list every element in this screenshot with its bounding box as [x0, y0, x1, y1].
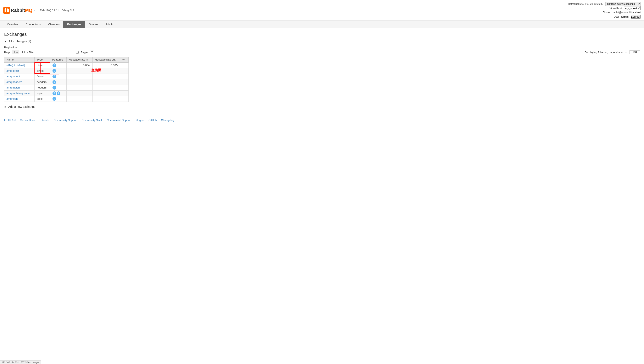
page-size-input[interactable]: [629, 50, 640, 54]
footer-changelog[interactable]: Changelog: [161, 118, 174, 122]
footer-plugins[interactable]: Plugins: [136, 118, 144, 122]
pagination: Pagination Page 1 of 1 - Filter: Regex ?…: [4, 46, 640, 54]
cluster-label: Cluster: [602, 11, 610, 14]
cell-type: topic: [35, 90, 50, 96]
exchange-link[interactable]: amq.match: [7, 86, 20, 89]
regex-checkbox[interactable]: [76, 51, 79, 54]
cell-type: direct: [35, 62, 50, 68]
cell-name[interactable]: amq.match: [4, 85, 35, 90]
table-row[interactable]: (AMQP default)directD0.00/s0.00/s: [4, 62, 129, 68]
filter-input[interactable]: [37, 50, 74, 54]
exchange-link[interactable]: (AMQP default): [7, 64, 25, 67]
feature-badge-d: D: [53, 92, 56, 95]
cell-rate-out: [93, 85, 120, 90]
logo-rabbit: Rabbit: [11, 8, 25, 13]
section-label: All exchanges (7): [9, 40, 31, 43]
feature-badge-i: I: [57, 92, 60, 95]
refresh-select[interactable]: Refresh every 5 seconds Refresh every 10…: [605, 2, 641, 6]
cell-plusminus: [120, 68, 128, 74]
refreshed-label: Refreshed 2024-01-23 19:36:49: [568, 2, 603, 6]
top-right-info: Refreshed 2024-01-23 19:36:49 Refresh ev…: [568, 2, 641, 19]
footer-http-api[interactable]: HTTP API: [4, 118, 16, 122]
svg-rect-0: [3, 7, 10, 14]
col-features: Features: [50, 57, 67, 62]
virtual-host-select[interactable]: my_vhost: [624, 6, 641, 10]
footer-community-slack[interactable]: Community Slack: [82, 118, 103, 122]
footer-server-docs[interactable]: Server Docs: [20, 118, 35, 122]
table-row[interactable]: amq.directdirectD: [4, 68, 129, 74]
footer-github[interactable]: GitHub: [149, 118, 157, 122]
footer-community-support[interactable]: Community Support: [54, 118, 77, 122]
nav-admin[interactable]: Admin: [102, 21, 117, 28]
cell-features: D: [50, 96, 67, 102]
table-row[interactable]: amq.topictopicD: [4, 96, 129, 102]
help-button[interactable]: ?: [90, 50, 94, 54]
feature-badge-d: D: [53, 69, 56, 73]
cell-plusminus: [120, 96, 128, 102]
col-plusminus: +/-: [120, 57, 128, 62]
table-wrapper: Name Type Features Message rate in Messa…: [4, 57, 640, 102]
nav-channels[interactable]: Channels: [44, 21, 63, 28]
feature-badge-d: D: [53, 80, 56, 84]
table-row[interactable]: amq.rabbitmq.tracetopicDI: [4, 90, 129, 96]
cell-type: direct: [35, 68, 50, 74]
cell-plusminus: [120, 74, 128, 79]
cell-rate-in: [67, 85, 93, 90]
cell-rate-in: [67, 74, 93, 79]
cell-type: topic: [35, 96, 50, 102]
svg-rect-4: [8, 8, 8, 10]
cell-name[interactable]: (AMQP default): [4, 62, 35, 68]
col-type: Type: [35, 57, 50, 62]
nav-queues[interactable]: Queues: [85, 21, 102, 28]
exchange-link[interactable]: amq.rabbitmq.trace: [7, 92, 30, 95]
footer-tutorials[interactable]: Tutorials: [39, 118, 49, 122]
nav: Overview Connections Channels Exchanges …: [0, 21, 644, 28]
cell-name[interactable]: amq.headers: [4, 79, 35, 85]
pagination-controls: Page 1 of 1 - Filter: Regex ? Displaying…: [4, 50, 640, 54]
cell-plusminus: [120, 79, 128, 85]
logout-button[interactable]: Log out: [631, 15, 641, 19]
table-row[interactable]: amq.matchheadersD: [4, 85, 129, 90]
cell-name[interactable]: amq.topic: [4, 96, 35, 102]
pagination-label: Pagination: [4, 46, 640, 49]
table-row[interactable]: amq.fanoutfanoutD: [4, 74, 129, 79]
svg-rect-3: [5, 8, 6, 10]
add-exchange[interactable]: ► Add a new exchange: [4, 105, 640, 108]
feature-badge-d: D: [53, 74, 56, 78]
rabbitmq-version: RabbitMQ 3.9.11: [40, 9, 59, 12]
exchange-link[interactable]: amq.fanout: [7, 75, 20, 78]
table-row[interactable]: amq.headersheadersD: [4, 79, 129, 85]
cell-rate-out: [93, 90, 120, 96]
col-rate-out: Message rate out: [93, 57, 120, 62]
cell-plusminus: [120, 85, 128, 90]
display-info: Displaying 7 items , page size up to:: [585, 51, 628, 54]
cell-plusminus: [120, 62, 128, 68]
logo-mq: MQ: [25, 8, 32, 13]
user-value: admin: [621, 15, 628, 18]
filter-label: - Filter:: [27, 51, 35, 54]
exchange-link[interactable]: amq.topic: [7, 97, 18, 100]
cell-type: fanout: [35, 74, 50, 79]
nav-exchanges[interactable]: Exchanges: [63, 21, 85, 28]
refresh-row: Refreshed 2024-01-23 19:36:49 Refresh ev…: [568, 2, 641, 6]
erlang-version: Erlang 24.2: [62, 9, 74, 12]
rabbitmq-logo-icon: [3, 7, 10, 14]
page-select[interactable]: 1: [12, 50, 19, 54]
add-exchange-arrow: ►: [4, 105, 7, 108]
main-content: Exchanges ▼ All exchanges (7) Pagination…: [0, 28, 644, 116]
cell-rate-in: [67, 96, 93, 102]
logo: RabbitMQTM: [3, 7, 35, 14]
version-info: RabbitMQ 3.9.11 Erlang 24.2: [40, 9, 74, 12]
cell-features: D: [50, 62, 67, 68]
cell-name[interactable]: amq.fanout: [4, 74, 35, 79]
cell-name[interactable]: amq.direct: [4, 68, 35, 74]
cell-name[interactable]: amq.rabbitmq.trace: [4, 90, 35, 96]
exchange-link[interactable]: amq.headers: [7, 80, 22, 84]
cell-rate-out: [93, 74, 120, 79]
section-header[interactable]: ▼ All exchanges (7): [4, 40, 31, 43]
exchange-link[interactable]: amq.direct: [7, 69, 19, 72]
col-name: Name: [4, 57, 35, 62]
footer-commercial-support[interactable]: Commercial Support: [107, 118, 132, 122]
nav-connections[interactable]: Connections: [22, 21, 44, 28]
nav-overview[interactable]: Overview: [3, 21, 22, 28]
